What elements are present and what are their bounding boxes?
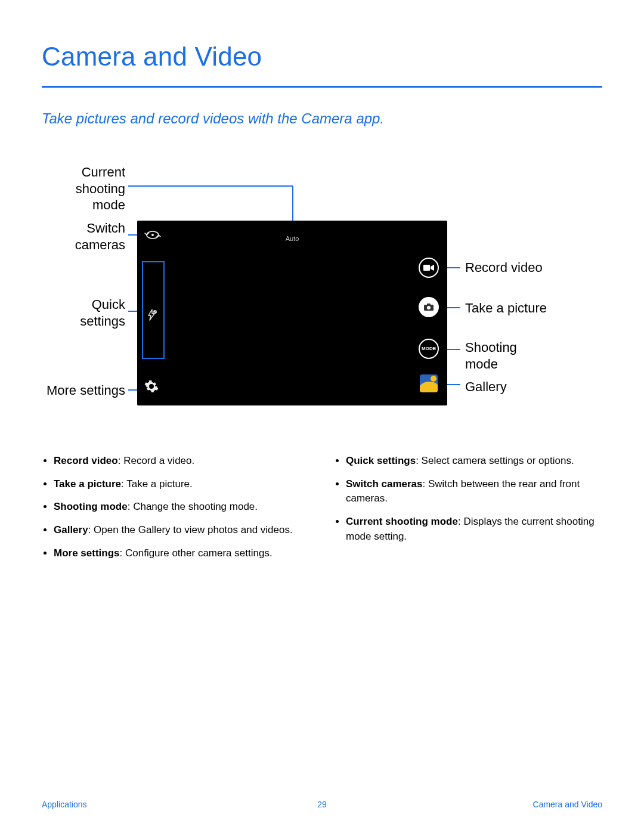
bullet-item: Quick settings: Select camera settings o… [346, 454, 602, 469]
footer-page-number: 29 [317, 800, 327, 809]
bullet-item: Current shooting mode: Displays the curr… [346, 515, 602, 544]
bullet-item: More settings: Configure other camera se… [54, 546, 310, 561]
text: mode [92, 197, 125, 212]
camera-diagram: Current shooting mode Switch cameras Qui… [42, 164, 602, 420]
text: mode [465, 357, 498, 371]
text: Quick [92, 297, 125, 312]
bullet-item: Take a picture: Take a picture. [54, 477, 310, 492]
page-footer: Applications 29 Camera and Video [42, 800, 602, 809]
bullet-columns: Record video: Record a video.Take a pict… [42, 454, 602, 569]
bullet-item: Gallery: Open the Gallery to view photos… [54, 523, 310, 538]
bullet-item: Record video: Record a video. [54, 454, 310, 469]
callout-record-video: Record video [465, 259, 543, 276]
text: Shooting [465, 340, 517, 355]
text: Take a picture [465, 301, 547, 315]
callout-more-settings: More settings [42, 382, 125, 399]
text: Switch [86, 221, 125, 236]
title-rule [42, 86, 602, 88]
leader [128, 185, 292, 187]
mode-button-label: MODE [422, 346, 436, 351]
shutter-button[interactable] [419, 297, 439, 317]
page: Camera and Video Take pictures and recor… [0, 0, 644, 833]
callout-switch-cameras: Switch cameras [42, 220, 125, 253]
gear-icon [144, 379, 159, 394]
svg-point-1 [151, 234, 154, 236]
switch-camera-icon [144, 229, 161, 241]
page-title: Camera and Video [42, 42, 602, 72]
bullet-term: More settings [54, 547, 120, 559]
text: shooting [76, 181, 125, 196]
camera-ui-screenshot: Auto MODE [137, 221, 447, 405]
callout-gallery: Gallery [465, 379, 507, 395]
bullet-list-right: Quick settings: Select camera settings o… [334, 454, 602, 569]
bullet-term: Shooting mode [54, 501, 128, 512]
bullet-desc: : Open the Gallery to view photos and vi… [88, 524, 293, 535]
bullet-desc: : Change the shooting mode. [128, 501, 258, 512]
bullet-term: Record video [54, 455, 118, 466]
bullet-desc: : Record a video. [118, 455, 195, 466]
text: cameras [75, 237, 125, 252]
footer-left: Applications [42, 800, 87, 809]
text: More settings [47, 383, 125, 398]
callout-quick-settings: Quick settings [42, 296, 125, 329]
bullet-item: Shooting mode: Change the shooting mode. [54, 500, 310, 515]
text: Current [82, 165, 125, 179]
svg-point-7 [427, 306, 431, 309]
callout-current-mode: Current shooting mode [42, 164, 125, 213]
bullet-desc: : Configure other camera settings. [120, 547, 273, 559]
bullet-desc: : Take a picture. [121, 478, 193, 490]
record-video-button[interactable] [419, 258, 439, 278]
thumb-hill [420, 382, 438, 392]
svg-rect-6 [427, 304, 431, 305]
bullet-term: Current shooting mode [346, 516, 458, 527]
bullet-desc: : Select camera settings or options. [416, 455, 574, 466]
callout-take-picture: Take a picture [465, 300, 547, 317]
svg-rect-4 [423, 265, 430, 271]
bullet-term: Gallery [54, 524, 88, 535]
bullet-term: Take a picture [54, 478, 121, 490]
flash-icon [145, 309, 157, 321]
text: Record video [465, 260, 543, 275]
page-subtitle: Take pictures and record videos with the… [42, 110, 602, 127]
thumb-sun [431, 376, 436, 382]
current-mode-label: Auto [286, 235, 299, 242]
bullet-item: Switch cameras: Switch between the rear … [346, 477, 602, 506]
gallery-button[interactable] [420, 374, 438, 392]
bullet-term: Quick settings [346, 455, 416, 466]
footer-right: Camera and Video [533, 800, 602, 809]
bullet-list-left: Record video: Record a video.Take a pict… [42, 454, 310, 569]
text: Gallery [465, 379, 507, 394]
bullet-term: Switch cameras [346, 478, 423, 490]
callout-shooting-mode: Shooting mode [465, 339, 517, 372]
mode-button[interactable]: MODE [419, 339, 439, 359]
text: settings [80, 314, 125, 329]
